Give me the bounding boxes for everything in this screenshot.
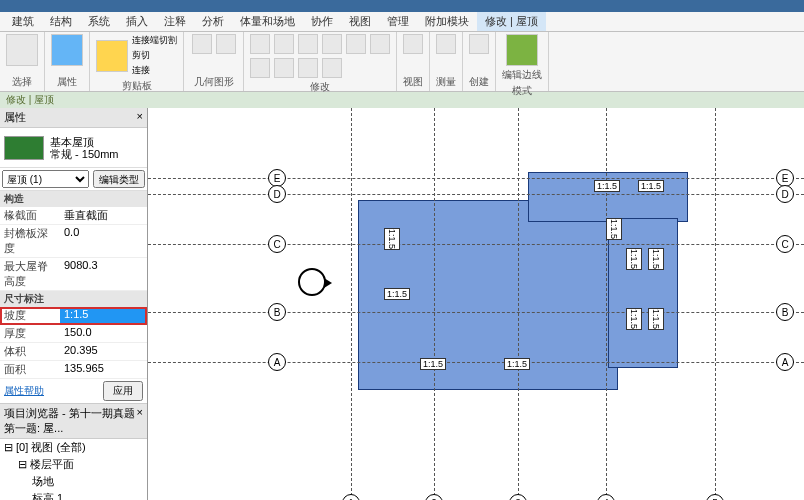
- ribbon-label-create: 创建: [469, 75, 489, 89]
- select-icon[interactable]: [6, 34, 38, 66]
- ribbon: 选择 属性 连接端切割 剪切 连接 剪贴板 几何图形 修改 视图 测量: [0, 32, 804, 92]
- menu-struct[interactable]: 结构: [42, 12, 80, 31]
- slope-label[interactable]: 1:1.5: [594, 180, 620, 192]
- project-browser[interactable]: ⊟ [0] 视图 (全部)⊟ 楼层平面场地标高 1标高 2⊞ 天花板平面⊟ 三维…: [0, 439, 147, 500]
- grid-label: D: [268, 185, 286, 203]
- edit-type-button[interactable]: 编辑类型: [93, 170, 145, 188]
- join-label[interactable]: 连接: [132, 64, 177, 77]
- properties-icon[interactable]: [51, 34, 83, 66]
- grid-line-v: [351, 108, 352, 500]
- ribbon-group-measure: 测量: [430, 32, 463, 91]
- grid-line-h: [148, 178, 804, 179]
- modify-icon[interactable]: [250, 58, 270, 78]
- drawing-canvas[interactable]: 12345EEDDCCBBAA1:1.51:1.51:1.51:1.51:1.5…: [148, 108, 804, 500]
- modify-context-tag: 修改 | 屋顶: [0, 92, 804, 108]
- compass-icon: [298, 268, 326, 296]
- modify-icon[interactable]: [298, 58, 318, 78]
- cut-label[interactable]: 剪切: [132, 49, 177, 62]
- slope-label[interactable]: 1:1.5: [606, 218, 622, 240]
- browser-title-text: 项目浏览器 - 第十一期真题第一题: 屋...: [4, 406, 137, 436]
- menu-insert[interactable]: 插入: [118, 12, 156, 31]
- grid-label: A: [268, 353, 286, 371]
- view-icon[interactable]: [403, 34, 423, 54]
- slope-label[interactable]: 1:1.5: [420, 358, 446, 370]
- grid-label: 5: [706, 494, 724, 500]
- paste-icon[interactable]: [96, 40, 128, 72]
- ribbon-group-view: 视图: [397, 32, 430, 91]
- slope-label[interactable]: 1:1.5: [648, 308, 664, 330]
- menu-annotate[interactable]: 注释: [156, 12, 194, 31]
- grid-label: 4: [597, 494, 615, 500]
- properties-help-link[interactable]: 属性帮助: [4, 384, 44, 398]
- modify-icon[interactable]: [346, 34, 366, 54]
- apply-button[interactable]: 应用: [103, 381, 143, 401]
- slope-label[interactable]: 1:1.5: [648, 248, 664, 270]
- grid-label: 2: [425, 494, 443, 500]
- modify-icon[interactable]: [298, 34, 318, 54]
- menu-system[interactable]: 系统: [80, 12, 118, 31]
- section-dimensions: 尺寸标注: [0, 291, 147, 307]
- ribbon-group-select: 选择: [0, 32, 45, 91]
- close-icon[interactable]: ×: [137, 406, 143, 436]
- prop-row-volume: 体积20.395: [0, 343, 147, 361]
- browser-node[interactable]: 标高 1: [0, 490, 147, 500]
- browser-node[interactable]: 场地: [0, 473, 147, 490]
- grid-line-h: [148, 312, 804, 313]
- slope-label[interactable]: 1:1.5: [626, 248, 642, 270]
- modify-icon[interactable]: [274, 58, 294, 78]
- modify-icon[interactable]: [322, 58, 342, 78]
- prop-row-slope: 坡度1:1.5: [0, 307, 147, 325]
- prop-row-rafter: 椽截面垂直截面: [0, 207, 147, 225]
- menu-manage[interactable]: 管理: [379, 12, 417, 31]
- grid-label: B: [776, 303, 794, 321]
- menu-mass[interactable]: 体量和场地: [232, 12, 303, 31]
- grid-line-h: [148, 194, 804, 195]
- browser-node[interactable]: ⊟ [0] 视图 (全部): [0, 439, 147, 456]
- menu-analyze[interactable]: 分析: [194, 12, 232, 31]
- geom-icon-2[interactable]: [216, 34, 236, 54]
- menu-addins[interactable]: 附加模块: [417, 12, 477, 31]
- roof-wing-right[interactable]: [608, 218, 678, 368]
- grid-label: 3: [509, 494, 527, 500]
- close-icon[interactable]: ×: [137, 110, 143, 125]
- ribbon-label-modify: 修改: [310, 80, 330, 94]
- ribbon-label-properties: 属性: [57, 75, 77, 89]
- slope-label[interactable]: 1:1.5: [626, 308, 642, 330]
- browser-node[interactable]: ⊟ 楼层平面: [0, 456, 147, 473]
- modify-icon[interactable]: [250, 34, 270, 54]
- ribbon-group-modify: 修改: [244, 32, 397, 91]
- ribbon-label-clipboard: 剪贴板: [122, 79, 152, 93]
- slope-label[interactable]: 1:1.5: [384, 228, 400, 250]
- grid-label: C: [268, 235, 286, 253]
- menu-collab[interactable]: 协作: [303, 12, 341, 31]
- geom-icon-1[interactable]: [192, 34, 212, 54]
- slope-label[interactable]: 1:1.5: [384, 288, 410, 300]
- slope-label[interactable]: 1:1.5: [638, 180, 664, 192]
- modify-icon[interactable]: [274, 34, 294, 54]
- modify-icon[interactable]: [322, 34, 342, 54]
- ribbon-group-properties: 属性: [45, 32, 90, 91]
- ribbon-group-mode: 编辑边线 模式: [496, 32, 549, 91]
- menu-view[interactable]: 视图: [341, 12, 379, 31]
- menu-arch[interactable]: 建筑: [4, 12, 42, 31]
- edit-boundary-icon[interactable]: [506, 34, 538, 66]
- type-selector[interactable]: 基本屋顶 常规 - 150mm: [0, 128, 147, 168]
- ribbon-group-create: 创建: [463, 32, 496, 91]
- ribbon-label-select: 选择: [12, 75, 32, 89]
- prop-row-max-ridge: 最大屋脊高度9080.3: [0, 258, 147, 291]
- create-icon[interactable]: [469, 34, 489, 54]
- menu-modify-roof[interactable]: 修改 | 屋顶: [477, 12, 546, 31]
- prop-row-area: 面积135.965: [0, 361, 147, 379]
- modify-icon[interactable]: [370, 34, 390, 54]
- grid-line-v: [434, 108, 435, 500]
- cut-end-label[interactable]: 连接端切割: [132, 34, 177, 47]
- measure-icon[interactable]: [436, 34, 456, 54]
- instance-filter-dropdown[interactable]: 屋顶 (1): [2, 170, 89, 188]
- type-name: 常规 - 150mm: [50, 148, 118, 160]
- menubar: 建筑 结构 系统 插入 注释 分析 体量和场地 协作 视图 管理 附加模块 修改…: [0, 12, 804, 32]
- ribbon-group-clipboard: 连接端切割 剪切 连接 剪贴板: [90, 32, 184, 91]
- grid-line-v: [518, 108, 519, 500]
- slope-label[interactable]: 1:1.5: [504, 358, 530, 370]
- family-name: 基本屋顶: [50, 136, 118, 148]
- slope-input[interactable]: 1:1.5: [60, 307, 147, 324]
